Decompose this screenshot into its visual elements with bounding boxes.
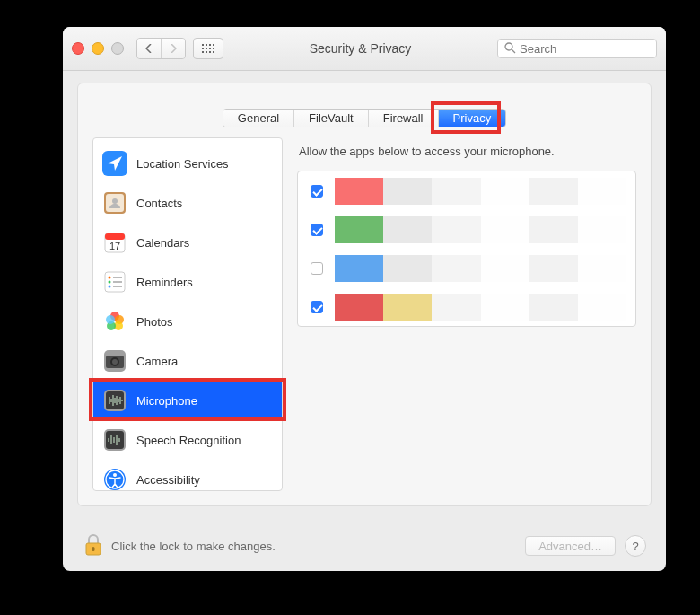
lock-button[interactable] — [83, 532, 104, 560]
forward-button[interactable] — [161, 39, 185, 58]
tab-general[interactable]: General — [223, 110, 293, 127]
svg-rect-7 — [105, 233, 125, 240]
app-redacted — [335, 294, 626, 321]
app-redacted — [335, 178, 626, 205]
svg-rect-47 — [92, 547, 95, 551]
sidebar-item-microphone[interactable]: Microphone — [93, 381, 282, 420]
app-allow-checkbox[interactable] — [311, 224, 323, 236]
svg-line-1 — [512, 49, 515, 53]
search-input[interactable] — [497, 39, 657, 58]
sidebar-item-label: Photos — [136, 315, 172, 329]
nav-back-forward — [136, 38, 186, 59]
contacts-icon — [102, 190, 127, 215]
pane-hint: Allow the apps below to access your micr… — [297, 137, 636, 171]
svg-text:17: 17 — [109, 241, 120, 251]
svg-point-5 — [112, 198, 118, 204]
tab-filevault[interactable]: FileVault — [293, 110, 368, 127]
sidebar-item-label: Microphone — [136, 394, 197, 408]
show-all-button[interactable] — [193, 38, 223, 59]
grid-icon — [202, 44, 214, 53]
app-row — [298, 249, 635, 287]
svg-point-10 — [109, 277, 111, 279]
back-button[interactable] — [137, 39, 161, 58]
sidebar-item-location[interactable]: Location Services — [93, 144, 282, 183]
titlebar: Security & Privacy — [63, 27, 666, 71]
sidebar-item-photos[interactable]: Photos — [93, 302, 282, 341]
footer: Click the lock to make changes. Advanced… — [63, 521, 666, 571]
app-allow-checkbox[interactable] — [311, 301, 323, 313]
tab-firewall[interactable]: Firewall — [368, 110, 438, 127]
sidebar-item-camera[interactable]: Camera — [93, 341, 282, 381]
advanced-button[interactable]: Advanced… — [525, 536, 616, 556]
sidebar-item-label: Speech Recognition — [136, 434, 241, 447]
photos-icon — [102, 309, 127, 334]
calendar-icon: 17 — [102, 230, 127, 255]
sidebar-item-reminders[interactable]: Reminders — [93, 262, 282, 302]
svg-point-20 — [106, 315, 115, 324]
app-row — [298, 210, 635, 249]
svg-point-24 — [112, 359, 118, 365]
app-allow-checkbox[interactable] — [311, 262, 323, 275]
speech-icon — [102, 427, 127, 452]
tab-privacy[interactable]: Privacy — [438, 110, 506, 127]
camera-icon — [102, 348, 127, 373]
sidebar-item-speech[interactable]: Speech Recognition — [93, 420, 282, 460]
lock-icon — [83, 532, 104, 558]
tab-segment: General FileVault Firewall Privacy — [223, 109, 506, 127]
app-redacted — [335, 216, 626, 243]
content-panel: General FileVault Firewall Privacy Locat… — [77, 83, 652, 506]
svg-point-12 — [109, 286, 111, 288]
columns: Location Services Contacts 17 Calendars … — [92, 137, 636, 491]
svg-point-0 — [505, 43, 512, 50]
app-row — [298, 171, 635, 210]
close-window-button[interactable] — [72, 42, 84, 55]
tab-bar: General FileVault Firewall Privacy — [78, 109, 651, 127]
sidebar-item-calendars[interactable]: 17 Calendars — [93, 223, 282, 262]
app-row — [298, 287, 635, 326]
app-redacted — [335, 255, 626, 282]
svg-point-11 — [109, 281, 111, 284]
microphone-icon — [102, 388, 127, 413]
sidebar-item-label: Accessibility — [136, 473, 200, 487]
search-icon — [504, 42, 516, 54]
sidebar-item-label: Reminders — [136, 276, 193, 289]
detail-pane: Allow the apps below to access your micr… — [297, 137, 636, 491]
minimize-window-button[interactable] — [92, 42, 104, 55]
privacy-sidebar: Location Services Contacts 17 Calendars … — [92, 137, 283, 491]
zoom-window-button[interactable] — [111, 42, 124, 55]
sidebar-item-label: Contacts — [136, 197, 182, 210]
sidebar-item-label: Calendars — [136, 236, 189, 250]
help-button[interactable]: ? — [625, 535, 646, 557]
window-controls — [72, 42, 124, 55]
window-title: Security & Privacy — [231, 41, 490, 56]
sidebar-item-label: Location Services — [136, 157, 229, 171]
app-list — [297, 171, 636, 327]
lock-hint: Click the lock to make changes. — [111, 540, 276, 553]
sidebar-item-contacts[interactable]: Contacts — [93, 183, 282, 223]
reminders-icon — [102, 269, 127, 294]
search-field-wrap — [497, 39, 657, 58]
sidebar-item-accessibility[interactable]: Accessibility — [93, 460, 282, 499]
app-allow-checkbox[interactable] — [311, 185, 323, 198]
svg-point-45 — [113, 473, 117, 477]
accessibility-icon — [102, 467, 127, 492]
preferences-window: Security & Privacy General FileVault Fir… — [63, 27, 666, 571]
sidebar-item-label: Camera — [136, 355, 178, 368]
location-icon — [102, 151, 127, 176]
